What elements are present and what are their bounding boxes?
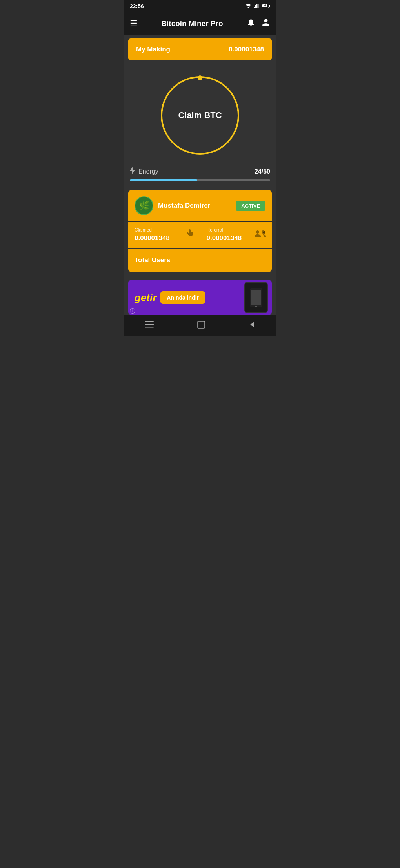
profile-icon[interactable] bbox=[262, 18, 270, 29]
svg-rect-9 bbox=[251, 290, 261, 305]
svg-rect-13 bbox=[145, 327, 154, 328]
bottom-nav-back[interactable] bbox=[237, 320, 267, 330]
svg-rect-2 bbox=[255, 5, 256, 8]
ad-brand-text: getir bbox=[135, 292, 156, 304]
stats-row: Claimed 0.00001348 Referral 0.00001348 bbox=[128, 221, 272, 248]
my-making-value: 0.00001348 bbox=[229, 46, 264, 53]
bottom-nav bbox=[124, 315, 276, 336]
top-nav: ☰ Bitcoin Miner Pro bbox=[124, 13, 276, 35]
add-user-icon[interactable] bbox=[255, 229, 266, 241]
status-time: 22:56 bbox=[130, 3, 144, 9]
hamburger-menu[interactable]: ☰ bbox=[130, 18, 138, 29]
svg-rect-4 bbox=[258, 4, 259, 8]
claimed-cell: Claimed 0.00001348 bbox=[128, 222, 200, 248]
energy-label: Energy bbox=[138, 168, 158, 175]
energy-value: 24/50 bbox=[255, 168, 270, 175]
lightning-icon bbox=[130, 166, 135, 176]
battery-icon bbox=[262, 3, 270, 10]
avatar: 🌿 bbox=[135, 196, 153, 215]
svg-rect-11 bbox=[145, 321, 154, 322]
active-badge: ACTIVE bbox=[236, 201, 265, 211]
ad-banner[interactable]: getir Anında indir i bbox=[128, 280, 272, 315]
energy-left: Energy bbox=[130, 166, 158, 176]
referral-cell: Referral 0.00001348 bbox=[200, 222, 272, 248]
signal-icon bbox=[254, 4, 259, 9]
energy-bar-fill bbox=[130, 179, 197, 181]
bottom-nav-menu[interactable] bbox=[133, 320, 165, 330]
status-bar: 22:56 bbox=[124, 0, 276, 13]
touch-icon bbox=[185, 228, 195, 241]
my-making-label: My Making bbox=[136, 46, 170, 53]
svg-point-10 bbox=[255, 306, 257, 307]
bottom-nav-home[interactable] bbox=[185, 319, 217, 330]
claim-area: Claim BTC bbox=[124, 64, 276, 163]
energy-bar-track bbox=[130, 179, 270, 181]
my-making-banner: My Making 0.00001348 bbox=[128, 38, 272, 60]
energy-header: Energy 24/50 bbox=[130, 166, 270, 176]
nav-icons bbox=[247, 18, 270, 29]
svg-rect-14 bbox=[198, 321, 205, 328]
svg-rect-1 bbox=[254, 7, 255, 8]
app-title: Bitcoin Miner Pro bbox=[144, 19, 240, 28]
main-content: My Making 0.00001348 Claim BTC Energy 24… bbox=[124, 35, 276, 315]
claim-btc-button[interactable]: Claim BTC bbox=[161, 76, 239, 155]
user-card: 🌿 Mustafa Demirer ACTIVE bbox=[128, 190, 272, 221]
svg-point-0 bbox=[248, 7, 249, 8]
total-users-label: Total Users bbox=[135, 256, 170, 264]
svg-rect-6 bbox=[269, 5, 270, 7]
total-users-card: Total Users bbox=[128, 249, 272, 272]
bell-icon[interactable] bbox=[247, 18, 255, 29]
wifi-icon bbox=[245, 4, 251, 9]
svg-rect-12 bbox=[145, 324, 154, 325]
claim-btc-label: Claim BTC bbox=[178, 110, 222, 121]
status-icons bbox=[245, 3, 270, 10]
user-info: 🌿 Mustafa Demirer bbox=[135, 196, 210, 215]
user-name: Mustafa Demirer bbox=[158, 202, 210, 210]
svg-rect-3 bbox=[256, 4, 258, 8]
circle-dot bbox=[198, 75, 202, 80]
avatar-icon: 🌿 bbox=[139, 201, 149, 211]
ad-cta-button[interactable]: Anında indir bbox=[160, 291, 205, 304]
energy-section: Energy 24/50 bbox=[124, 163, 276, 186]
ad-info-icon: i bbox=[130, 308, 135, 314]
ad-phone-image bbox=[244, 282, 268, 313]
